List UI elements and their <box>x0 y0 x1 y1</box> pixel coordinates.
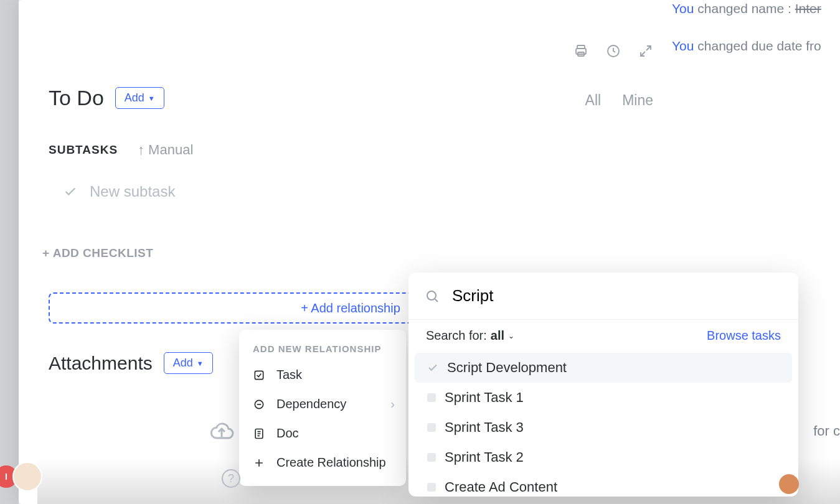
search-results: Script Development Sprint Task 1 Sprint … <box>408 343 798 497</box>
panel-top-actions <box>573 44 653 61</box>
new-subtask-row[interactable]: New subtask <box>64 183 193 200</box>
activity-actor: You <box>672 39 694 53</box>
partial-text: for c <box>813 423 840 439</box>
status-square-icon <box>427 393 436 402</box>
help-icon[interactable]: ? <box>222 469 240 488</box>
rel-menu-label: Task <box>276 368 302 382</box>
browse-tasks-link[interactable]: Browse tasks <box>707 329 781 343</box>
search-filter-value: all <box>491 329 504 343</box>
check-icon <box>64 185 77 198</box>
subtasks-sort-label: Manual <box>148 142 193 158</box>
rel-menu-label: Dependency <box>276 397 346 411</box>
history-icon[interactable] <box>606 44 621 61</box>
activity-text: changed name : <box>697 1 795 16</box>
svg-point-7 <box>427 291 436 300</box>
chevron-down-icon: ⌄ <box>508 332 514 340</box>
search-icon <box>425 288 440 304</box>
rel-menu-item-doc[interactable]: Doc <box>239 419 406 448</box>
print-icon[interactable] <box>573 44 588 61</box>
modal-backdrop <box>0 0 19 504</box>
add-button-label: Add <box>125 91 144 105</box>
new-subtask-placeholder: New subtask <box>90 183 175 200</box>
search-result-label: Sprint Task 2 <box>445 449 524 465</box>
status-row: To Do Add ▼ <box>49 86 164 110</box>
subtasks-heading: SUBTASKS <box>49 143 118 157</box>
tab-mine[interactable]: Mine <box>622 92 653 109</box>
plus-icon <box>253 457 265 469</box>
activity-feed: You changed name : Inter You changed due… <box>672 0 840 76</box>
status-square-icon <box>427 423 436 432</box>
subtasks-sort-button[interactable]: ↑ Manual <box>138 142 193 158</box>
rel-menu-label: Doc <box>276 426 299 441</box>
attachments-heading: Attachments <box>49 353 153 374</box>
activity-tabs: All Mine <box>585 92 653 109</box>
arrow-up-icon: ↑ <box>138 142 144 158</box>
search-filter-scope[interactable]: Search for: all ⌄ <box>426 329 514 343</box>
rel-menu-item-create[interactable]: Create Relationship <box>239 448 406 477</box>
task-icon <box>253 369 265 381</box>
check-icon <box>427 362 438 373</box>
activity-item: You changed due date fro <box>672 39 840 54</box>
search-filter-prefix: Search for: <box>426 329 487 343</box>
attachments-add-label: Add <box>173 357 193 370</box>
tab-all[interactable]: All <box>585 92 602 109</box>
chevron-down-icon: ▼ <box>197 360 204 367</box>
rel-menu-item-dependency[interactable]: Dependency › <box>239 390 406 419</box>
relationship-type-menu: ADD NEW RELATIONSHIP Task Dependency › D… <box>239 330 406 486</box>
attachments-add-button[interactable]: Add ▼ <box>164 352 213 374</box>
search-input[interactable] <box>452 286 782 306</box>
status-square-icon <box>427 453 436 462</box>
subtasks-section: SUBTASKS ↑ Manual New subtask <box>49 142 193 200</box>
activity-old-value: Inter <box>795 1 821 16</box>
attachments-section: Attachments Add ▼ <box>49 352 213 374</box>
expand-icon[interactable] <box>638 44 653 61</box>
activity-text: changed due date fro <box>697 39 821 53</box>
relationship-menu-header: ADD NEW RELATIONSHIP <box>239 341 406 360</box>
status-square-icon <box>427 483 436 492</box>
doc-icon <box>253 427 265 440</box>
search-result-item[interactable]: Sprint Task 2 <box>415 442 792 472</box>
user-avatar <box>12 462 42 492</box>
cloud-upload-icon <box>209 419 234 444</box>
task-status-title: To Do <box>49 86 104 110</box>
chevron-right-icon: › <box>390 397 395 411</box>
search-result-item[interactable]: Sprint Task 1 <box>415 383 792 413</box>
search-result-label: Create Ad Content <box>445 479 557 495</box>
search-result-label: Script Development <box>447 360 567 376</box>
add-dropdown-button[interactable]: Add ▼ <box>115 87 164 109</box>
activity-actor: You <box>672 1 694 16</box>
task-search-popover: Search for: all ⌄ Browse tasks Script De… <box>408 273 798 497</box>
rel-menu-label: Create Relationship <box>276 455 386 470</box>
commenter-avatar[interactable] <box>779 474 799 494</box>
search-result-label: Sprint Task 3 <box>445 419 524 436</box>
search-input-row <box>408 273 798 320</box>
search-result-item[interactable]: Sprint Task 3 <box>415 413 792 442</box>
svg-rect-4 <box>255 371 263 379</box>
add-relationship-label: + Add relationship <box>301 301 400 315</box>
user-avatar-cluster[interactable]: I <box>0 462 42 492</box>
search-result-item[interactable]: Script Development <box>415 353 792 383</box>
add-checklist-button[interactable]: + ADD CHECKLIST <box>42 246 153 260</box>
search-result-item[interactable]: Create Ad Content <box>415 472 792 497</box>
rel-menu-item-task[interactable]: Task <box>239 360 406 390</box>
dependency-icon <box>253 398 265 411</box>
search-result-label: Sprint Task 1 <box>445 390 524 406</box>
chevron-down-icon: ▼ <box>148 95 155 102</box>
search-filter-row: Search for: all ⌄ Browse tasks <box>408 320 798 343</box>
activity-item: You changed name : Inter <box>672 1 840 16</box>
